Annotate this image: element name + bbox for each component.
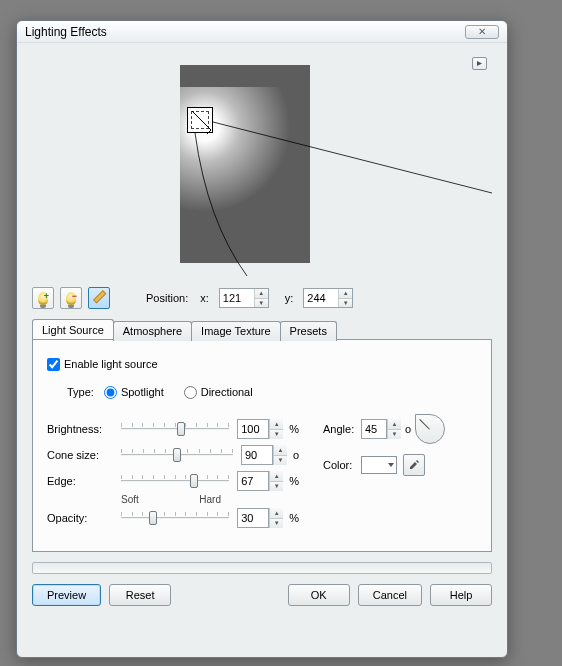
spotlight-radio[interactable] (104, 386, 117, 399)
edge-slider[interactable] (121, 472, 229, 490)
preview-area[interactable] (32, 51, 492, 283)
tab-atmosphere[interactable]: Atmosphere (113, 321, 192, 341)
tab-presets[interactable]: Presets (280, 321, 337, 341)
spotlight-option[interactable]: Spotlight (104, 386, 164, 399)
type-label: Type: (67, 386, 94, 398)
angle-label: Angle: (323, 423, 361, 435)
enable-light-label: Enable light source (64, 358, 158, 370)
preview-canvas[interactable] (180, 65, 310, 263)
position-label: Position: (146, 292, 188, 304)
progress-bar (32, 562, 492, 574)
brightness-unit: % (289, 423, 299, 435)
directional-option[interactable]: Directional (184, 386, 253, 399)
preview-button[interactable]: Preview (32, 584, 101, 606)
enable-light-row[interactable]: Enable light source (47, 352, 477, 376)
position-y-input[interactable] (304, 289, 338, 307)
edit-light-button[interactable] (88, 287, 110, 309)
tab-image-texture[interactable]: Image Texture (191, 321, 281, 341)
tab-light-source[interactable]: Light Source (32, 319, 114, 339)
cone-unit: o (293, 449, 299, 461)
brightness-label: Brightness: (47, 423, 113, 435)
y-spin-up[interactable]: ▲ (339, 289, 352, 299)
x-label: x: (200, 292, 209, 304)
opacity-input[interactable] (237, 508, 269, 528)
cone-slider[interactable] (121, 446, 233, 464)
angle-input[interactable] (361, 419, 387, 439)
reset-button[interactable]: Reset (109, 584, 171, 606)
light-source-handle[interactable] (187, 107, 213, 133)
ok-button[interactable]: OK (288, 584, 350, 606)
edge-input[interactable] (237, 471, 269, 491)
x-spin-up[interactable]: ▲ (255, 289, 268, 299)
opacity-unit: % (289, 512, 299, 524)
add-light-button[interactable]: + (32, 287, 54, 309)
angle-unit: o (405, 423, 411, 435)
close-button[interactable]: ✕ (465, 25, 499, 39)
brightness-slider[interactable] (121, 420, 229, 438)
titlebar[interactable]: Lighting Effects ✕ (17, 21, 507, 43)
edge-unit: % (289, 475, 299, 487)
edge-soft-label: Soft (121, 494, 139, 505)
opacity-label: Opacity: (47, 512, 113, 524)
dialog-title: Lighting Effects (25, 25, 107, 39)
cone-input[interactable] (241, 445, 273, 465)
eyedropper-button[interactable] (403, 454, 425, 476)
cancel-button[interactable]: Cancel (358, 584, 422, 606)
directional-radio[interactable] (184, 386, 197, 399)
color-label: Color: (323, 459, 361, 471)
enable-light-checkbox[interactable] (47, 358, 60, 371)
cone-label: Cone size: (47, 449, 113, 461)
edge-hard-label: Hard (199, 494, 221, 505)
color-swatch[interactable] (361, 456, 397, 474)
lighting-effects-dialog: Lighting Effects ✕ + − Position: x: (16, 20, 508, 658)
edge-label: Edge: (47, 475, 113, 487)
x-spin-down[interactable]: ▼ (255, 299, 268, 308)
y-label: y: (285, 292, 294, 304)
remove-light-button[interactable]: − (60, 287, 82, 309)
angle-dial[interactable] (415, 414, 445, 444)
brightness-input[interactable] (237, 419, 269, 439)
y-spin-down[interactable]: ▼ (339, 299, 352, 308)
opacity-slider[interactable] (121, 509, 229, 527)
light-source-pane: Enable light source Type: Spotlight Dire… (32, 339, 492, 552)
position-x-input[interactable] (220, 289, 254, 307)
help-button[interactable]: Help (430, 584, 492, 606)
